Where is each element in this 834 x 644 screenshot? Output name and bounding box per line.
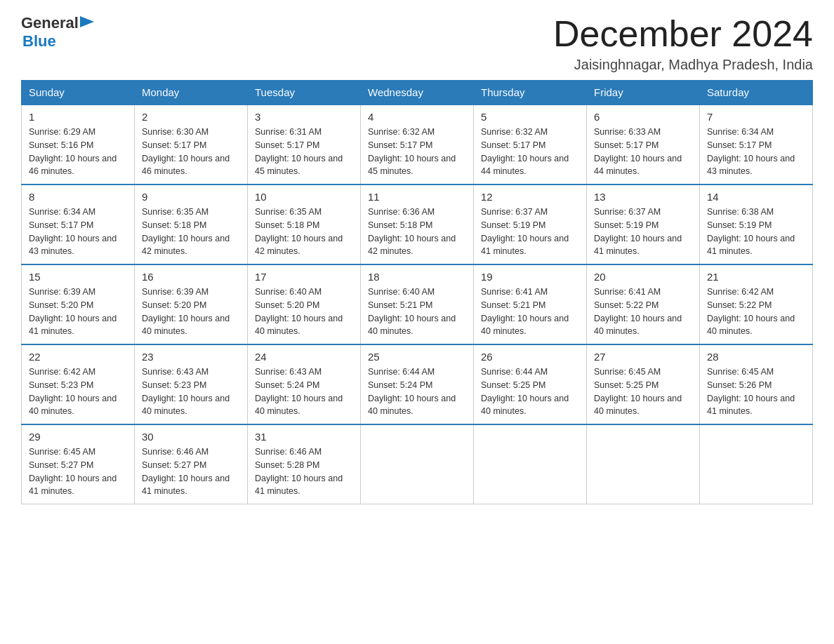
- calendar-day-cell: 10 Sunrise: 6:35 AMSunset: 5:18 PMDaylig…: [248, 185, 361, 264]
- empty-cell: [474, 424, 587, 504]
- title-block: December 2024 Jaisinghnagar, Madhya Prad…: [553, 14, 813, 73]
- day-info: Sunrise: 6:40 AMSunset: 5:21 PMDaylight:…: [368, 287, 456, 336]
- calendar-day-cell: 28 Sunrise: 6:45 AMSunset: 5:26 PMDaylig…: [700, 344, 813, 424]
- day-info: Sunrise: 6:32 AMSunset: 5:17 PMDaylight:…: [481, 127, 569, 176]
- day-number: 17: [255, 271, 353, 283]
- day-number: 30: [142, 431, 240, 443]
- day-number: 1: [29, 111, 127, 123]
- day-number: 21: [707, 271, 805, 283]
- day-number: 26: [481, 351, 579, 363]
- day-info: Sunrise: 6:37 AMSunset: 5:19 PMDaylight:…: [594, 207, 682, 256]
- day-info: Sunrise: 6:45 AMSunset: 5:25 PMDaylight:…: [594, 367, 682, 416]
- day-number: 25: [368, 351, 466, 363]
- column-header-wednesday: Wednesday: [361, 81, 474, 105]
- day-number: 31: [255, 431, 353, 443]
- day-number: 8: [29, 191, 127, 203]
- calendar-day-cell: 19 Sunrise: 6:41 AMSunset: 5:21 PMDaylig…: [474, 264, 587, 344]
- day-info: Sunrise: 6:44 AMSunset: 5:25 PMDaylight:…: [481, 367, 569, 416]
- day-number: 28: [707, 351, 805, 363]
- day-number: 29: [29, 431, 127, 443]
- day-info: Sunrise: 6:35 AMSunset: 5:18 PMDaylight:…: [255, 207, 343, 256]
- day-number: 27: [594, 351, 692, 363]
- empty-cell: [587, 424, 700, 504]
- calendar-day-cell: 16 Sunrise: 6:39 AMSunset: 5:20 PMDaylig…: [135, 264, 248, 344]
- column-header-friday: Friday: [587, 81, 700, 105]
- svg-marker-0: [80, 16, 94, 27]
- day-info: Sunrise: 6:31 AMSunset: 5:17 PMDaylight:…: [255, 127, 343, 176]
- calendar-day-cell: 15 Sunrise: 6:39 AMSunset: 5:20 PMDaylig…: [22, 264, 135, 344]
- day-info: Sunrise: 6:41 AMSunset: 5:22 PMDaylight:…: [594, 287, 682, 336]
- calendar-day-cell: 5 Sunrise: 6:32 AMSunset: 5:17 PMDayligh…: [474, 105, 587, 185]
- calendar-week-row: 15 Sunrise: 6:39 AMSunset: 5:20 PMDaylig…: [22, 264, 813, 344]
- day-number: 20: [594, 271, 692, 283]
- calendar-day-cell: 22 Sunrise: 6:42 AMSunset: 5:23 PMDaylig…: [22, 344, 135, 424]
- calendar-day-cell: 8 Sunrise: 6:34 AMSunset: 5:17 PMDayligh…: [22, 185, 135, 264]
- calendar-day-cell: 20 Sunrise: 6:41 AMSunset: 5:22 PMDaylig…: [587, 264, 700, 344]
- empty-cell: [361, 424, 474, 504]
- day-info: Sunrise: 6:35 AMSunset: 5:18 PMDaylight:…: [142, 207, 230, 256]
- calendar-header-row: SundayMondayTuesdayWednesdayThursdayFrid…: [22, 81, 813, 105]
- calendar-day-cell: 3 Sunrise: 6:31 AMSunset: 5:17 PMDayligh…: [248, 105, 361, 185]
- day-info: Sunrise: 6:40 AMSunset: 5:20 PMDaylight:…: [255, 287, 343, 336]
- day-info: Sunrise: 6:39 AMSunset: 5:20 PMDaylight:…: [29, 287, 117, 336]
- calendar-day-cell: 17 Sunrise: 6:40 AMSunset: 5:20 PMDaylig…: [248, 264, 361, 344]
- calendar-day-cell: 25 Sunrise: 6:44 AMSunset: 5:24 PMDaylig…: [361, 344, 474, 424]
- calendar-day-cell: 7 Sunrise: 6:34 AMSunset: 5:17 PMDayligh…: [700, 105, 813, 185]
- column-header-saturday: Saturday: [700, 81, 813, 105]
- day-number: 18: [368, 271, 466, 283]
- day-info: Sunrise: 6:36 AMSunset: 5:18 PMDaylight:…: [368, 207, 456, 256]
- day-number: 3: [255, 111, 353, 123]
- day-number: 6: [594, 111, 692, 123]
- day-number: 2: [142, 111, 240, 123]
- day-number: 9: [142, 191, 240, 203]
- column-header-monday: Monday: [135, 81, 248, 105]
- calendar-week-row: 8 Sunrise: 6:34 AMSunset: 5:17 PMDayligh…: [22, 185, 813, 264]
- month-year-title: December 2024: [553, 14, 813, 54]
- day-number: 24: [255, 351, 353, 363]
- day-number: 11: [368, 191, 466, 203]
- day-info: Sunrise: 6:34 AMSunset: 5:17 PMDaylight:…: [707, 127, 795, 176]
- day-number: 7: [707, 111, 805, 123]
- location-subtitle: Jaisinghnagar, Madhya Pradesh, India: [553, 57, 813, 73]
- day-info: Sunrise: 6:45 AMSunset: 5:26 PMDaylight:…: [707, 367, 795, 416]
- day-number: 23: [142, 351, 240, 363]
- day-info: Sunrise: 6:30 AMSunset: 5:17 PMDaylight:…: [142, 127, 230, 176]
- day-info: Sunrise: 6:32 AMSunset: 5:17 PMDaylight:…: [368, 127, 456, 176]
- logo-triangle-icon: [80, 15, 95, 29]
- calendar-table: SundayMondayTuesdayWednesdayThursdayFrid…: [21, 80, 813, 504]
- day-info: Sunrise: 6:39 AMSunset: 5:20 PMDaylight:…: [142, 287, 230, 336]
- column-header-sunday: Sunday: [22, 81, 135, 105]
- day-number: 22: [29, 351, 127, 363]
- calendar-day-cell: 4 Sunrise: 6:32 AMSunset: 5:17 PMDayligh…: [361, 105, 474, 185]
- day-info: Sunrise: 6:42 AMSunset: 5:23 PMDaylight:…: [29, 367, 117, 416]
- empty-cell: [700, 424, 813, 504]
- calendar-week-row: 22 Sunrise: 6:42 AMSunset: 5:23 PMDaylig…: [22, 344, 813, 424]
- column-header-thursday: Thursday: [474, 81, 587, 105]
- day-number: 13: [594, 191, 692, 203]
- day-info: Sunrise: 6:33 AMSunset: 5:17 PMDaylight:…: [594, 127, 682, 176]
- calendar-day-cell: 21 Sunrise: 6:42 AMSunset: 5:22 PMDaylig…: [700, 264, 813, 344]
- calendar-day-cell: 12 Sunrise: 6:37 AMSunset: 5:19 PMDaylig…: [474, 185, 587, 264]
- calendar-day-cell: 18 Sunrise: 6:40 AMSunset: 5:21 PMDaylig…: [361, 264, 474, 344]
- calendar-day-cell: 26 Sunrise: 6:44 AMSunset: 5:25 PMDaylig…: [474, 344, 587, 424]
- day-number: 14: [707, 191, 805, 203]
- day-info: Sunrise: 6:46 AMSunset: 5:27 PMDaylight:…: [142, 447, 230, 496]
- day-number: 15: [29, 271, 127, 283]
- calendar-day-cell: 9 Sunrise: 6:35 AMSunset: 5:18 PMDayligh…: [135, 185, 248, 264]
- calendar-day-cell: 2 Sunrise: 6:30 AMSunset: 5:17 PMDayligh…: [135, 105, 248, 185]
- calendar-day-cell: 11 Sunrise: 6:36 AMSunset: 5:18 PMDaylig…: [361, 185, 474, 264]
- calendar-day-cell: 14 Sunrise: 6:38 AMSunset: 5:19 PMDaylig…: [700, 185, 813, 264]
- day-info: Sunrise: 6:37 AMSunset: 5:19 PMDaylight:…: [481, 207, 569, 256]
- day-info: Sunrise: 6:34 AMSunset: 5:17 PMDaylight:…: [29, 207, 117, 256]
- day-info: Sunrise: 6:45 AMSunset: 5:27 PMDaylight:…: [29, 447, 117, 496]
- logo-general: General: [21, 14, 79, 32]
- day-info: Sunrise: 6:43 AMSunset: 5:24 PMDaylight:…: [255, 367, 343, 416]
- day-info: Sunrise: 6:29 AMSunset: 5:16 PMDaylight:…: [29, 127, 117, 176]
- day-number: 10: [255, 191, 353, 203]
- column-header-tuesday: Tuesday: [248, 81, 361, 105]
- calendar-day-cell: 23 Sunrise: 6:43 AMSunset: 5:23 PMDaylig…: [135, 344, 248, 424]
- logo-blue: Blue: [22, 32, 56, 51]
- calendar-day-cell: 27 Sunrise: 6:45 AMSunset: 5:25 PMDaylig…: [587, 344, 700, 424]
- logo: General Blue: [21, 14, 95, 51]
- calendar-day-cell: 31 Sunrise: 6:46 AMSunset: 5:28 PMDaylig…: [248, 424, 361, 504]
